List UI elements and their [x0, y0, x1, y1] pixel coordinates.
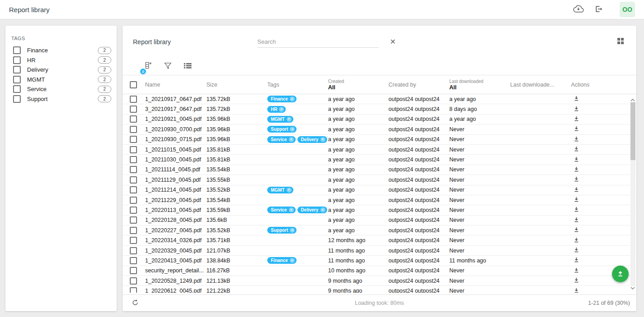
row-checkbox[interactable] — [130, 247, 137, 254]
search-input[interactable] — [257, 36, 379, 48]
row-checkbox[interactable] — [130, 146, 137, 153]
remove-tag-icon[interactable]: ✕ — [320, 137, 325, 142]
remove-tag-icon[interactable]: ✕ — [320, 207, 325, 212]
list-view-button[interactable] — [184, 62, 192, 70]
remove-tag-icon[interactable]: ✕ — [289, 137, 294, 142]
row-checkbox[interactable] — [130, 126, 137, 133]
row-checkbox[interactable] — [130, 106, 137, 113]
remove-tag-icon[interactable]: ✕ — [290, 127, 295, 132]
refresh-button[interactable] — [132, 299, 139, 308]
row-checkbox[interactable] — [130, 156, 137, 163]
logout-button[interactable] — [594, 5, 603, 14]
tag-checkbox[interactable] — [13, 95, 21, 103]
select-all-checkbox[interactable] — [130, 81, 137, 88]
tag-chip[interactable]: Support✕ — [267, 126, 297, 133]
scroll-down-button[interactable] — [630, 284, 635, 291]
download-button[interactable] — [574, 96, 579, 102]
created-filter-value[interactable]: All — [328, 84, 388, 91]
tag-chip[interactable]: MGMT✕ — [267, 187, 293, 193]
download-button[interactable] — [574, 106, 579, 113]
created-by-value: outpost24 outpost24 — [388, 217, 449, 223]
row-checkbox[interactable] — [130, 176, 137, 184]
row-checkbox[interactable] — [130, 277, 137, 285]
upload-report-button[interactable] — [612, 266, 629, 282]
column-header-created[interactable]: Created All — [328, 79, 388, 91]
column-header-name[interactable]: Name — [145, 82, 206, 88]
tag-checkbox[interactable] — [13, 46, 21, 54]
scrollbar-track[interactable] — [630, 101, 635, 285]
remove-tag-icon[interactable]: ✕ — [290, 228, 295, 233]
row-checkbox[interactable] — [130, 257, 137, 264]
row-checkbox[interactable] — [130, 136, 137, 143]
remove-tag-icon[interactable]: ✕ — [279, 107, 284, 112]
row-checkbox[interactable] — [130, 216, 137, 224]
download-button[interactable] — [574, 227, 579, 234]
download-button[interactable] — [574, 277, 579, 284]
tag-checkbox[interactable] — [13, 76, 21, 83]
row-checkbox[interactable] — [130, 207, 137, 214]
download-button[interactable] — [574, 116, 579, 123]
row-checkbox[interactable] — [130, 287, 137, 293]
tag-chip[interactable]: Finance✕ — [267, 96, 297, 102]
select-columns-button[interactable]: 8 — [143, 61, 152, 71]
cloud-download-button[interactable] — [573, 5, 584, 14]
download-button[interactable] — [574, 126, 579, 133]
tag-chip[interactable]: Support✕ — [267, 227, 297, 234]
download-button[interactable] — [574, 288, 579, 293]
download-button[interactable] — [574, 166, 579, 173]
row-checkbox[interactable] — [130, 186, 137, 193]
sidebar-tag-item[interactable]: HR2 — [5, 55, 117, 65]
download-button[interactable] — [574, 207, 579, 213]
download-button[interactable] — [574, 156, 579, 163]
download-button[interactable] — [574, 146, 579, 153]
tag-chip[interactable]: Delivery✕ — [297, 207, 327, 213]
sidebar-tag-item[interactable]: Finance2 — [5, 46, 117, 55]
remove-tag-icon[interactable]: ✕ — [287, 188, 292, 193]
column-header-tags[interactable]: Tags — [267, 82, 328, 88]
tag-chip[interactable]: HR✕ — [267, 106, 286, 113]
remove-tag-icon[interactable]: ✕ — [290, 258, 295, 263]
download-button[interactable] — [574, 187, 579, 193]
remove-tag-icon[interactable]: ✕ — [289, 207, 294, 212]
clear-search-button[interactable]: ✕ — [390, 38, 396, 46]
table-row: 1_20211030_0045.pdf135.81kBa year agoout… — [123, 155, 636, 165]
sidebar-tag-item[interactable]: Service2 — [5, 84, 117, 94]
sidebar-tag-item[interactable]: Delivery2 — [5, 65, 117, 75]
download-button[interactable] — [574, 237, 579, 244]
sidebar-tag-item[interactable]: Support2 — [5, 94, 117, 104]
download-button[interactable] — [574, 136, 579, 143]
tag-chip[interactable]: MGMT✕ — [267, 116, 293, 123]
download-button[interactable] — [574, 257, 579, 264]
tag-checkbox[interactable] — [13, 85, 21, 93]
user-avatar[interactable]: OO — [620, 2, 635, 17]
row-checkbox[interactable] — [130, 227, 137, 234]
sidebar-tag-item[interactable]: MGMT2 — [5, 75, 117, 85]
grid-view-button[interactable] — [617, 38, 624, 46]
download-button[interactable] — [574, 197, 579, 203]
last-downloaded-filter-value[interactable]: All — [449, 84, 510, 91]
tag-chip[interactable]: Service✕ — [267, 136, 296, 143]
row-checkbox[interactable] — [130, 166, 137, 173]
download-button[interactable] — [574, 217, 579, 224]
download-button[interactable] — [574, 267, 579, 274]
row-checkbox[interactable] — [130, 237, 137, 244]
tag-chip[interactable]: Service✕ — [267, 207, 296, 213]
tag-chip[interactable]: Finance✕ — [267, 257, 297, 264]
column-header-last-downloaded[interactable]: Last downloaded All — [449, 79, 510, 91]
remove-tag-icon[interactable]: ✕ — [290, 96, 295, 101]
row-checkbox[interactable] — [130, 197, 137, 204]
filter-button[interactable] — [164, 62, 172, 71]
tag-checkbox[interactable] — [13, 66, 21, 74]
row-checkbox[interactable] — [130, 96, 137, 103]
download-button[interactable] — [574, 247, 579, 254]
tag-chip[interactable]: Delivery✕ — [297, 136, 327, 143]
column-header-size[interactable]: Size — [206, 82, 267, 88]
download-button[interactable] — [574, 176, 579, 183]
scrollbar-thumb[interactable] — [630, 102, 635, 160]
column-header-created-by[interactable]: Created by — [388, 82, 449, 88]
column-header-last-downloaded-date[interactable]: Last downloade... — [510, 82, 571, 88]
remove-tag-icon[interactable]: ✕ — [287, 117, 292, 122]
row-checkbox[interactable] — [130, 115, 137, 123]
row-checkbox[interactable] — [130, 267, 137, 274]
tag-checkbox[interactable] — [13, 56, 21, 64]
